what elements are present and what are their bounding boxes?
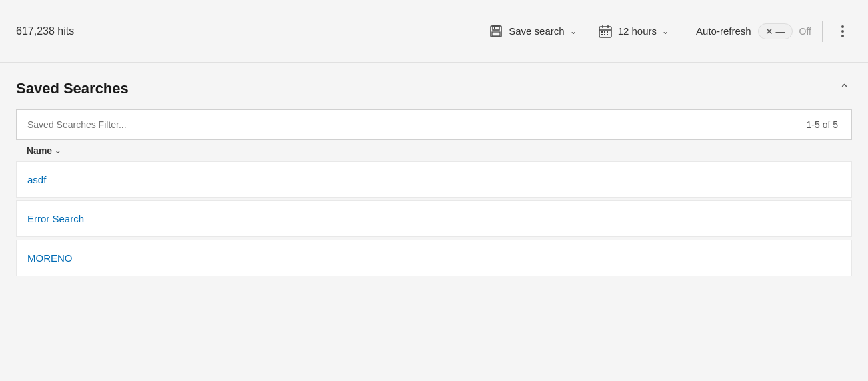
save-search-chevron: ⌄: [570, 27, 577, 36]
close-icon: ✕: [765, 26, 773, 37]
svg-rect-2: [494, 27, 495, 29]
table-header: Name ⌄: [16, 140, 852, 161]
time-range-chevron: ⌄: [662, 27, 669, 36]
save-search-label: Save search: [509, 25, 564, 37]
dash-icon: —: [776, 26, 785, 37]
svg-rect-11: [601, 34, 603, 35]
save-search-icon: [489, 24, 503, 39]
search-link-error-search[interactable]: Error Search: [27, 213, 84, 224]
top-bar: 617,238 hits Save search ⌄: [0, 0, 868, 63]
auto-refresh-controls: ✕ — Off: [758, 23, 811, 39]
name-sort-icon: ⌄: [55, 147, 61, 155]
dot-2: [841, 30, 844, 33]
collapse-button[interactable]: ⌃: [837, 79, 852, 99]
name-column-label: Name: [27, 145, 52, 156]
hits-count: 617,238 hits: [16, 25, 74, 37]
svg-rect-12: [604, 34, 605, 35]
name-column-header[interactable]: Name ⌄: [27, 145, 61, 156]
svg-rect-13: [607, 34, 608, 35]
dot-3: [841, 35, 844, 37]
main-content: Saved Searches ⌃ 1-5 of 5 Name ⌄ asdf Er…: [0, 63, 868, 276]
search-link-asdf[interactable]: asdf: [27, 174, 46, 185]
auto-refresh-label: Auto-refresh: [696, 25, 751, 37]
time-range-button[interactable]: 12 hours ⌄: [587, 19, 679, 44]
auto-refresh-pill[interactable]: ✕ —: [758, 23, 793, 39]
top-bar-actions: Save search ⌄ 12 hours ⌄ Auto-refr: [478, 19, 852, 44]
saved-searches-header: Saved Searches ⌃: [16, 79, 852, 99]
search-link-moreno[interactable]: MORENO: [27, 252, 73, 264]
auto-refresh-off-label: Off: [799, 26, 811, 37]
svg-rect-1: [493, 26, 499, 30]
save-search-button[interactable]: Save search ⌄: [478, 19, 587, 44]
svg-rect-8: [601, 31, 603, 33]
time-range-label: 12 hours: [618, 25, 657, 37]
more-options-button[interactable]: [833, 20, 852, 43]
filter-row: 1-5 of 5: [16, 109, 852, 140]
saved-searches-filter-input[interactable]: [17, 110, 793, 139]
saved-searches-title: Saved Searches: [16, 80, 129, 97]
table-row[interactable]: asdf: [16, 161, 852, 198]
calendar-icon: [598, 24, 613, 39]
divider-2: [822, 21, 823, 42]
table-row[interactable]: MORENO: [16, 240, 852, 276]
table-row[interactable]: Error Search: [16, 200, 852, 237]
svg-rect-9: [604, 31, 605, 33]
divider: [685, 21, 685, 42]
svg-rect-3: [492, 32, 500, 36]
svg-rect-10: [607, 31, 608, 33]
filter-count: 1-5 of 5: [793, 110, 851, 139]
auto-refresh-section: Auto-refresh ✕ — Off: [691, 23, 817, 39]
dot-1: [841, 25, 844, 28]
